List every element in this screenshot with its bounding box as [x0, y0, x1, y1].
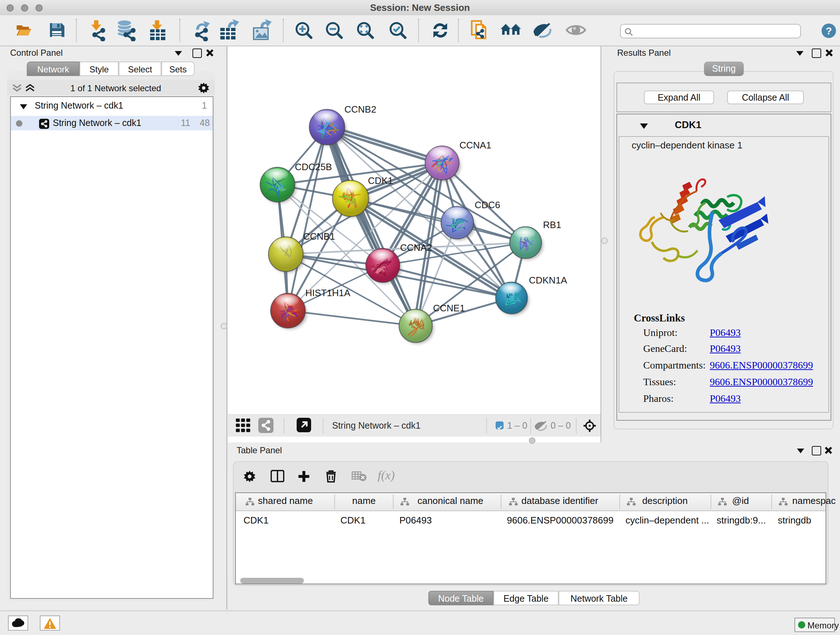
svg-text:HIST1H1A: HIST1H1A [305, 287, 351, 298]
svg-text:CCNA1: CCNA1 [459, 140, 491, 150]
svg-text:CCNE1: CCNE1 [433, 302, 465, 314]
svg-text:CDKN1A: CDKN1A [529, 275, 567, 286]
svg-text:CDC6: CDC6 [475, 200, 500, 211]
svg-text:CCNA2: CCNA2 [400, 242, 432, 253]
svg-text:CCNB1: CCNB1 [303, 231, 335, 242]
svg-text:RB1: RB1 [543, 219, 561, 230]
svg-text:CCNB2: CCNB2 [344, 104, 376, 115]
svg-text:?: ? [826, 25, 832, 36]
svg-text:CDK1: CDK1 [368, 175, 393, 186]
svg-text:CDC25B: CDC25B [295, 162, 332, 172]
